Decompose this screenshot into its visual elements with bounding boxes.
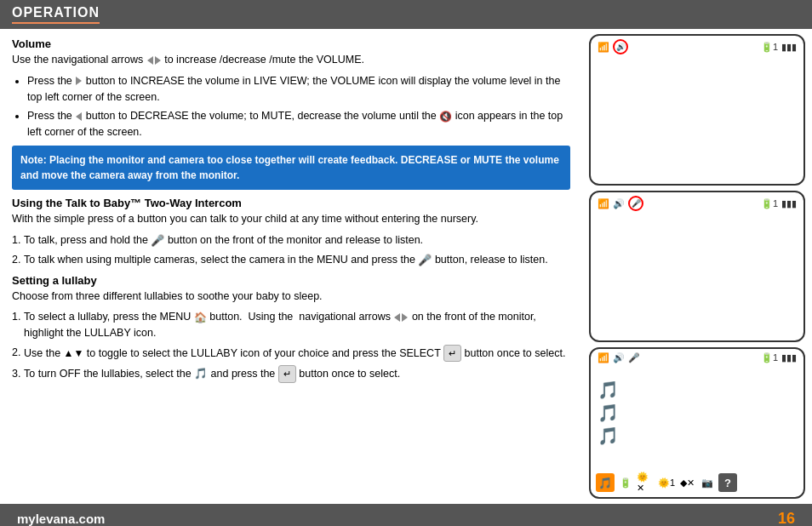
- footer: mylevana.com 16: [0, 504, 812, 526]
- note-box: Note: Placing the monitor and camera too…: [12, 146, 570, 190]
- menu-icon: 🏠: [194, 310, 207, 325]
- music-notes-col: 🎵 🎵 🎵: [598, 380, 619, 446]
- content-area: Volume Use the navigational arrows to in…: [0, 29, 582, 504]
- arrow-left-icon: [147, 56, 153, 65]
- volume-section: Volume Use the navigational arrows to in…: [12, 37, 570, 140]
- music-note-active: 🎵: [598, 477, 612, 489]
- battery-level-1: 🔋1: [761, 42, 778, 53]
- battery-level-3: 🔋1: [761, 352, 778, 363]
- signal-icon-1: 📶: [598, 42, 609, 53]
- intercom-title: Using the Talk to Baby™ Two-Way Intercom: [12, 197, 570, 209]
- volume-bullets: Press the button to INCREASE the volume …: [27, 73, 570, 140]
- screen-bar-1: 📶 🔊 🔋1 ▮▮▮: [591, 36, 803, 58]
- cam-icon: 📷: [698, 473, 717, 492]
- footer-page: 16: [778, 510, 795, 527]
- volume-bullet-2: Press the button to DECREASE the volume;…: [27, 108, 570, 140]
- note-text: Note: Placing the monitor and camera too…: [20, 154, 559, 181]
- lullaby-item-1: To select a lullaby, press the MENU 🏠 bu…: [24, 309, 570, 341]
- mic-icon-3: 🎤: [628, 352, 640, 363]
- bottom-icons-row: 🎵 🔋 🌞✕ 🌞1 ◆✕ 📷 ?: [591, 472, 803, 494]
- main-layout: Volume Use the navigational arrows to in…: [0, 29, 812, 504]
- intercom-list: To talk, press and hold the 🎤 button on …: [24, 232, 570, 269]
- help-icon: ?: [718, 473, 737, 492]
- arrow-right-icon-2: [76, 77, 82, 85]
- sun1-icon: 🌞1: [657, 473, 676, 492]
- lullaby-intro: Choose from three different lullabies to…: [12, 289, 570, 305]
- lullaby-item-3: To turn OFF the lullabies, select the 🎵 …: [24, 365, 570, 383]
- battery-icon-2: ▮▮▮: [781, 198, 797, 209]
- monitor-screen-2: 📶 🔊 🎤 🔋1 ▮▮▮: [589, 191, 805, 342]
- diamond-icon: ◆✕: [678, 473, 696, 492]
- note-1: 🎵: [598, 380, 619, 400]
- volume-icon-2: 🔊: [613, 198, 625, 209]
- sun-x-icon: 🌞✕: [637, 473, 655, 492]
- intercom-intro: With the simple press of a button you ca…: [12, 211, 570, 227]
- mute-icon: 🔇: [439, 109, 452, 124]
- volume-circle-1: 🔊: [613, 39, 628, 54]
- battery-icon-3: ▮▮▮: [781, 352, 797, 363]
- arrow-left-icon-2: [76, 112, 82, 121]
- sun-1: 🌞1: [658, 477, 675, 489]
- diamond: ◆✕: [680, 477, 695, 489]
- mic-icon-2: 🎤: [418, 252, 432, 269]
- lullaby-active-icon: 🎵: [596, 473, 615, 492]
- music-off-icon: 🎵: [194, 368, 208, 380]
- lullaby-section: Setting a lullaby Choose from three diff…: [12, 274, 570, 383]
- header: OPERATION: [0, 0, 812, 29]
- lullaby-list: To select a lullaby, press the MENU 🏠 bu…: [24, 309, 570, 383]
- footer-brand: mylevana.com: [17, 512, 105, 526]
- volume-icon-3: 🔊: [613, 352, 625, 363]
- signal-icon-2: 📶: [598, 198, 609, 209]
- screen-bar-2: 📶 🔊 🎤 🔋1 ▮▮▮: [591, 192, 803, 214]
- enter-btn-2: ↵: [278, 365, 296, 383]
- question-mark: ?: [724, 477, 731, 489]
- lullaby-item-2: Use the ▲▼ to toggle to select the LULLA…: [24, 345, 570, 363]
- battery-icon-1: ▮▮▮: [781, 42, 797, 53]
- right-panels: 📶 🔊 🔋1 ▮▮▮ 📶 🔊 🎤 🔋1 ▮▮▮: [582, 29, 812, 504]
- note-2: 🎵: [598, 403, 619, 423]
- battery-sm-icon: 🔋: [616, 473, 635, 492]
- up-down-icon: ▲▼: [64, 346, 84, 361]
- signal-icon-3: 📶: [598, 352, 609, 363]
- battery-level-2: 🔋1: [761, 198, 778, 209]
- select-enter-btn: ↵: [443, 345, 461, 363]
- camera: 📷: [701, 477, 713, 489]
- arrow-right-icon-3: [402, 313, 408, 322]
- arrow-right-icon: [155, 56, 161, 65]
- volume-intro: Use the navigational arrows to increase …: [12, 52, 570, 68]
- monitor-screen-3: 📶 🔊 🎤 🔋1 ▮▮▮ 🎵 🎵 🎵 🎵 🔋: [589, 347, 805, 499]
- intercom-item-2: To talk when using multiple cameras, sel…: [24, 252, 570, 269]
- page-title: OPERATION: [12, 5, 100, 24]
- note-3: 🎵: [598, 426, 619, 446]
- mic-circle-2: 🎤: [628, 196, 643, 211]
- intercom-item-1: To talk, press and hold the 🎤 button on …: [24, 232, 570, 249]
- sun-off: 🌞✕: [637, 472, 655, 494]
- volume-title: Volume: [12, 37, 570, 50]
- mic-icon-1: 🎤: [151, 232, 164, 249]
- screen-bar-3: 📶 🔊 🎤 🔋1 ▮▮▮: [591, 349, 803, 367]
- intercom-section: Using the Talk to Baby™ Two-Way Intercom…: [12, 197, 570, 269]
- volume-bullet-1: Press the button to INCREASE the volume …: [27, 73, 570, 106]
- battery-small: 🔋: [620, 477, 632, 489]
- monitor-screen-1: 📶 🔊 🔋1 ▮▮▮: [589, 34, 805, 186]
- arrow-left-icon-3: [394, 313, 400, 322]
- lullaby-title: Setting a lullaby: [12, 274, 570, 287]
